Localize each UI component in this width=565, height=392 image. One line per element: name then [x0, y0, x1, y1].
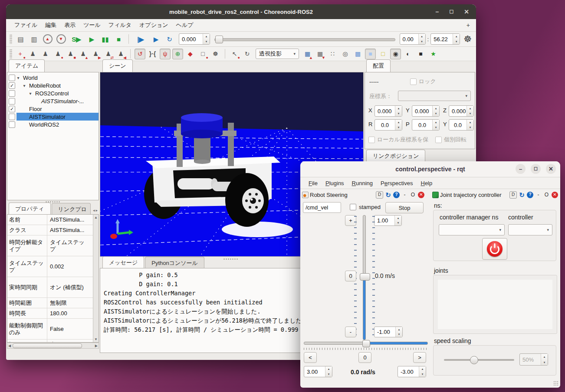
- joints-list[interactable]: [433, 275, 557, 334]
- scene-gear-icon[interactable]: ☸: [210, 49, 221, 59]
- local-coordinate-checkbox[interactable]: [368, 137, 375, 143]
- collision-flash-icon[interactable]: ★: [428, 49, 439, 59]
- linear-min-value[interactable]: -1.00: [374, 327, 395, 337]
- jtc-help-icon[interactable]: ?: [527, 192, 533, 198]
- solid-cube-icon[interactable]: ■: [365, 49, 376, 59]
- scroll-up-icon[interactable]: ▲: [94, 216, 98, 219]
- roll-value[interactable]: 0.0: [375, 120, 395, 130]
- rqt-titlebar[interactable]: control.perspective - rqt – ☐ ✕: [300, 161, 560, 177]
- scroll-down-icon[interactable]: ▼: [94, 337, 98, 341]
- tab-placement[interactable]: 配置: [366, 59, 391, 72]
- time-slider-handle[interactable]: [215, 36, 223, 43]
- property-horizontal-scrollbar[interactable]: ◀ ▶: [7, 343, 99, 349]
- angular-max-spinbox[interactable]: 3.00 ▴▾: [304, 366, 332, 377]
- yaw-value[interactable]: 0.0: [449, 120, 466, 130]
- x-value[interactable]: 0.000: [375, 106, 395, 116]
- pick-tool-icon[interactable]: ↖●: [229, 49, 240, 59]
- controller-select[interactable]: ▾: [508, 224, 552, 235]
- collision-cube-icon[interactable]: □●: [197, 49, 208, 59]
- playback-end-time[interactable]: 56.22: [431, 34, 453, 44]
- tab-properties[interactable]: プロパティ: [9, 203, 51, 216]
- property-value[interactable]: AISTSimula...: [47, 225, 93, 235]
- tab-python-console[interactable]: Pythonコンソール: [145, 257, 204, 269]
- lock-checkbox[interactable]: [410, 78, 417, 85]
- playback-start-icon[interactable]: |▶: [133, 33, 148, 45]
- x-spinbox[interactable]: 0.000 ▴▾: [374, 105, 402, 117]
- time-value[interactable]: 0.000: [179, 34, 203, 44]
- highlight-toggle-icon[interactable]: ◐: [403, 49, 414, 59]
- tab-scroll-right-icon[interactable]: ▸: [95, 208, 98, 212]
- tree-item-MobileRobot[interactable]: ✓▾MobileRobot: [7, 82, 99, 89]
- linear-max-spinbox[interactable]: 1.00 ▴▾: [374, 215, 402, 226]
- jtc-header[interactable]: Joint trajectory controller D↻?-O✕: [432, 190, 559, 199]
- toolbar-grip[interactable]: [10, 49, 12, 59]
- jtc-dock-button[interactable]: D: [509, 191, 517, 199]
- time-settings-gear-icon[interactable]: ☸: [463, 34, 472, 44]
- shadow-cube-icon[interactable]: ■: [415, 49, 426, 59]
- menu-item-フィルタ[interactable]: フィルタ: [105, 20, 135, 30]
- playback-start-arrows[interactable]: ▴▾: [418, 34, 425, 44]
- property-value[interactable]: 全履歴: [47, 340, 93, 342]
- tree-item-World[interactable]: ▾World: [7, 74, 99, 82]
- menu-item-表示[interactable]: 表示: [60, 20, 79, 30]
- scroll-left-icon[interactable]: ◀: [7, 344, 12, 348]
- property-value[interactable]: 180.00: [47, 308, 93, 318]
- coordinate-frame-select[interactable]: ▾: [398, 91, 471, 101]
- robot-steering-reload-icon[interactable]: ↻: [385, 192, 391, 198]
- robot-steering-minimize-button[interactable]: -: [401, 192, 408, 198]
- save-project-icon[interactable]: ▤: [15, 33, 26, 45]
- topic-input[interactable]: [303, 202, 341, 213]
- robot-gait-icon[interactable]: ♟: [40, 49, 51, 59]
- store-initial-state-icon[interactable]: ▲: [42, 33, 53, 45]
- angular-right-button[interactable]: >: [413, 352, 426, 363]
- stamped-checkbox[interactable]: [350, 204, 356, 210]
- robot-steering-close-icon[interactable]: ✕: [418, 192, 424, 198]
- roll-spinbox[interactable]: 0.0 ▴▾: [374, 119, 402, 131]
- angular-min-spinbox[interactable]: -3.00 ▴▾: [397, 366, 426, 377]
- tree-item-AISTSimulator-...[interactable]: AISTSimulator-...: [7, 97, 99, 105]
- angular-slider-handle[interactable]: [362, 340, 370, 347]
- pose-swap-icon[interactable]: ♟⇄: [103, 49, 114, 59]
- rqt-menu-Help[interactable]: Help: [417, 179, 436, 188]
- tree-item-ROS2Control[interactable]: ▾ROS2Control: [7, 89, 99, 97]
- tree-item-Floor[interactable]: ✓Floor: [7, 105, 99, 113]
- playback-start-time-spinbox[interactable]: 0.00 ▴▾: [400, 33, 426, 45]
- tab-message[interactable]: メッセージ: [102, 256, 144, 269]
- tab-scroll-left-icon[interactable]: ◂: [93, 208, 95, 212]
- drag-ik-icon[interactable]: ↺: [135, 49, 145, 59]
- time-spin-arrows[interactable]: ▴▾: [203, 34, 210, 44]
- linear-min-spinbox[interactable]: -1.00 ▴▾: [374, 327, 403, 337]
- angular-min-value[interactable]: -3.00: [398, 366, 419, 377]
- item-checkbox-AISTSimulator[interactable]: [9, 114, 15, 120]
- camera-fit-icon[interactable]: ▦▲: [302, 49, 313, 59]
- playback-start-time[interactable]: 0.00: [400, 34, 418, 44]
- expander-icon-World[interactable]: ▾: [15, 75, 21, 80]
- menu-item-ファイル[interactable]: ファイル: [10, 20, 41, 30]
- playback-resume-icon[interactable]: ▶: [150, 33, 162, 45]
- menu-item-ヘルプ[interactable]: ヘルプ: [172, 20, 197, 30]
- restore-initial-state-icon[interactable]: ▼: [55, 33, 67, 45]
- resume-simulation-icon[interactable]: ▶: [86, 33, 98, 45]
- projection-select[interactable]: 透視投影 ▾: [256, 49, 299, 59]
- speed-scaling-handle[interactable]: [470, 356, 478, 364]
- start-simulation-icon[interactable]: S▶: [69, 33, 84, 45]
- controller-manager-ns-select[interactable]: ▾: [439, 224, 505, 235]
- rqt-menu-Perspectives[interactable]: Perspectives: [377, 179, 417, 188]
- pose-insert-icon[interactable]: ♟▶: [90, 49, 101, 59]
- individual-rotation-checkbox[interactable]: [435, 137, 442, 143]
- linear-max-value[interactable]: 1.00: [374, 216, 394, 225]
- scroll-right-icon[interactable]: ▶: [94, 344, 99, 348]
- rqt-menu-Plugins[interactable]: Plugins: [322, 179, 348, 188]
- stop-button[interactable]: Stop: [385, 202, 424, 213]
- expander-icon-ROS2Control[interactable]: ▾: [27, 91, 33, 96]
- speed-scaling-slider[interactable]: [444, 359, 514, 361]
- maximize-button[interactable]: ☐: [531, 164, 541, 174]
- jtc-float-button[interactable]: O: [543, 192, 550, 198]
- menu-item-ツール[interactable]: ツール: [79, 20, 105, 30]
- y-value[interactable]: 0.000: [412, 106, 432, 116]
- robot-steering-header[interactable]: Robot Steering D↻?-O✕: [302, 190, 430, 199]
- enable-controller-button[interactable]: [482, 238, 507, 260]
- time-refresh-icon[interactable]: ↻: [164, 33, 175, 45]
- robot-steering-dock-button[interactable]: D: [376, 191, 383, 199]
- maximize-button[interactable]: ☐: [449, 9, 453, 15]
